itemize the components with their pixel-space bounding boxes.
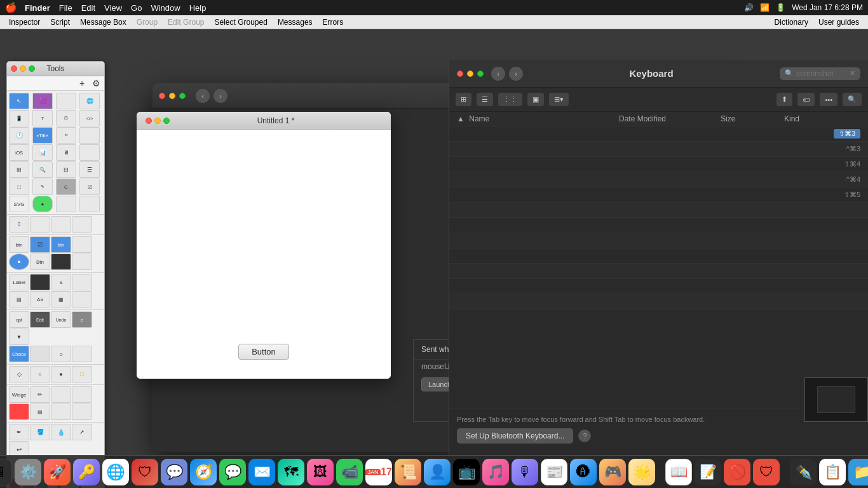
system-prefs-icon[interactable]: ⚙️ xyxy=(15,459,41,485)
tool-empty17[interactable] xyxy=(72,403,92,420)
tool-choice[interactable]: Choice xyxy=(9,346,29,362)
tool-empty7[interactable] xyxy=(51,216,71,233)
maps-icon[interactable]: 🗺 xyxy=(278,459,304,485)
news-icon[interactable]: 📰 xyxy=(541,459,567,485)
app-menu-selectgrouped[interactable]: Select Grouped xyxy=(209,17,272,28)
tool-select[interactable]: ↖ xyxy=(9,93,29,109)
launchpad-icon[interactable]: 🚀 xyxy=(44,459,71,485)
tools-add-button[interactable]: + xyxy=(76,78,88,89)
tool-pen[interactable]: ✏ xyxy=(30,386,50,403)
tool-chev[interactable]: ▼ xyxy=(9,329,29,345)
tool-title[interactable]: ▪Title xyxy=(32,127,53,144)
podcasts-icon[interactable]: 🎙 xyxy=(512,459,538,485)
tool-circle2[interactable]: ○ xyxy=(51,346,71,362)
tool-empty11[interactable] xyxy=(72,274,92,290)
kb-setup-btn[interactable]: Set Up Bluetooth Keyboard... xyxy=(457,428,573,444)
kb-search-box[interactable]: 🔍 ✕ xyxy=(780,67,860,80)
tool-dark[interactable] xyxy=(51,254,71,270)
app-forward-button[interactable]: › xyxy=(214,89,227,103)
tool-toggle[interactable]: ● xyxy=(32,196,53,212)
untitled-minimize-button[interactable] xyxy=(154,118,161,124)
tools-maximize-button[interactable] xyxy=(29,65,35,72)
files-icon[interactable]: 📁 xyxy=(848,459,868,485)
app-minimize-button[interactable] xyxy=(169,93,175,99)
tool-opt[interactable]: opt xyxy=(9,311,29,328)
kb-more-view[interactable]: ⊞▾ xyxy=(549,93,569,106)
tool-btn2[interactable]: btn xyxy=(51,236,71,253)
tool-empty2[interactable] xyxy=(79,127,100,144)
untitled-close-button[interactable] xyxy=(146,118,152,124)
note-icon[interactable]: 📋 xyxy=(819,459,846,485)
music-icon[interactable]: 🎵 xyxy=(482,459,509,485)
tool-monitor[interactable]: 🖥 xyxy=(56,144,76,161)
tool-input1[interactable] xyxy=(30,274,50,290)
tool-table2[interactable]: ▤ xyxy=(9,291,29,308)
untitled-maximize-button[interactable] xyxy=(163,118,170,124)
pen-icon[interactable]: ✒️ xyxy=(790,459,817,485)
appstore-icon[interactable]: 🅐 xyxy=(570,459,597,485)
tool-table[interactable]: ⊟ xyxy=(56,161,76,178)
safari-icon[interactable]: 🧭 xyxy=(190,459,217,485)
tool-empty3[interactable] xyxy=(79,144,100,161)
tool-btn-text[interactable]: btn xyxy=(9,236,29,253)
tool-a[interactable]: a xyxy=(51,274,71,290)
tool-c2[interactable]: c xyxy=(72,311,92,328)
tool-aa[interactable]: Aa xyxy=(30,291,50,308)
kb-share-btn[interactable]: ⬆ xyxy=(776,93,792,106)
tool-circle3[interactable]: ○ xyxy=(30,366,50,383)
menu-file[interactable]: File xyxy=(59,3,72,13)
tool-circle[interactable]: ● xyxy=(9,254,29,270)
app-close-button[interactable] xyxy=(159,93,165,99)
app-menu-messagebox[interactable]: Message Box xyxy=(75,17,132,28)
tool-c[interactable]: C xyxy=(56,179,76,195)
tool-menu[interactable]: ☰ xyxy=(79,161,100,178)
tool-empty1[interactable] xyxy=(56,93,76,109)
tool-empty6[interactable] xyxy=(30,216,50,233)
tool-empty5[interactable] xyxy=(79,196,100,212)
kb-grid-view[interactable]: ⊞ xyxy=(456,93,471,106)
contacts-icon[interactable]: 👤 xyxy=(424,459,451,485)
kb-minimize-button[interactable] xyxy=(467,71,473,77)
tool-arrow[interactable]: ↗ xyxy=(72,424,92,440)
kb-search-btn[interactable]: 🔍 xyxy=(843,93,862,106)
kb-gallery-view[interactable]: ▣ xyxy=(527,93,544,106)
tool-empty8[interactable] xyxy=(72,216,92,233)
tool-empty9[interactable] xyxy=(72,236,92,253)
tool-js[interactable]: ⊡ xyxy=(56,110,76,126)
kb-help-btn[interactable]: ? xyxy=(578,430,591,442)
facetime-icon[interactable]: 📹 xyxy=(336,459,363,485)
menu-go[interactable]: Go xyxy=(131,3,142,13)
kb-columns-view[interactable]: ⋮⋮ xyxy=(498,93,522,106)
tool-svg[interactable]: SVG xyxy=(9,196,29,212)
kb-tag-btn[interactable]: 🏷 xyxy=(797,93,815,106)
calendar-icon[interactable]: JAN 17 xyxy=(365,459,392,485)
vpn-icon[interactable]: 🛡 xyxy=(132,459,158,485)
tool-html[interactable]: </> xyxy=(79,110,100,126)
apple-menu[interactable]: 🍎 xyxy=(5,2,17,13)
tool-empty12[interactable] xyxy=(72,291,92,308)
mail-icon[interactable]: ✉️ xyxy=(248,459,275,485)
tool-undo[interactable]: Undo xyxy=(51,311,71,328)
untitled-button[interactable]: Button xyxy=(238,344,289,360)
tool-empty15[interactable] xyxy=(72,386,92,403)
tool-clock[interactable]: 🕐 xyxy=(9,127,29,144)
app-back-button[interactable]: ‹ xyxy=(196,89,210,103)
kb-forward-button[interactable]: › xyxy=(509,67,523,81)
app-menu-script[interactable]: Script xyxy=(45,17,75,28)
menu-finder[interactable]: Finder xyxy=(25,3,50,13)
tool-iosui[interactable]: iOS xyxy=(9,144,29,161)
tool-empty16[interactable] xyxy=(51,403,71,420)
kb-maximize-button[interactable] xyxy=(477,71,484,77)
tool-empty4[interactable] xyxy=(56,196,76,212)
tool-checkbox[interactable]: ☑ xyxy=(79,179,100,195)
tool-dropper[interactable]: 💧 xyxy=(51,424,71,440)
tv-icon[interactable]: 📺 xyxy=(453,459,480,485)
tool-editbox[interactable]: ✎ xyxy=(32,179,53,195)
terminal-icon[interactable]: 🖥 xyxy=(0,459,12,485)
tools-minimize-button[interactable] xyxy=(20,65,26,72)
tool-grid2[interactable]: ▦ xyxy=(51,291,71,308)
menu-edit[interactable]: Edit xyxy=(81,3,95,13)
kb-back-button[interactable]: ‹ xyxy=(491,67,505,81)
tool-slider[interactable] xyxy=(30,346,50,362)
photos-icon[interactable]: 🖼 xyxy=(307,459,334,485)
